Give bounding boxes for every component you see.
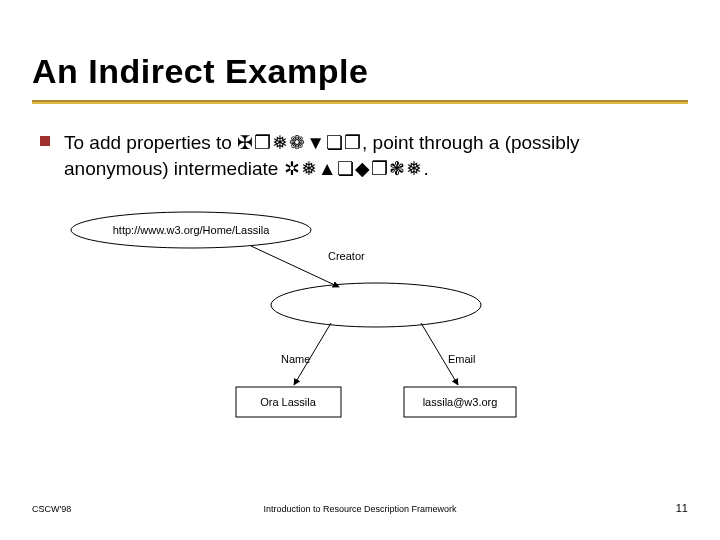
box-email-label: lassila@w3.org (423, 396, 498, 408)
slide-title: An Indirect Example (32, 52, 368, 91)
square-bullet-icon (40, 136, 50, 146)
rdf-graph-diagram: http://www.w3.org/Home/Lassila Creator N… (46, 205, 606, 455)
title-underline (32, 100, 688, 104)
symbol-resource: ✲❅▲❏◆❒❃❅ (284, 158, 424, 179)
edge-creator-label: Creator (328, 250, 365, 262)
svg-line-1 (251, 246, 339, 287)
footer-center: Introduction to Resource Description Fra… (0, 504, 720, 514)
edge-name-label: Name (281, 353, 310, 365)
svg-point-2 (271, 283, 481, 327)
box-name-label: Ora Lassila (260, 396, 317, 408)
node-top-label: http://www.w3.org/Home/Lassila (113, 224, 270, 236)
bullet-item: To add properties to ✠❒❅❁▼❏❒, point thro… (40, 130, 680, 181)
page-number: 11 (676, 502, 688, 514)
bullet-text: To add properties to ✠❒❅❁▼❏❒, point thro… (64, 130, 680, 181)
bullet-text-post: . (423, 158, 428, 179)
edge-email-label: Email (448, 353, 476, 365)
bullet-text-pre: To add properties to (64, 132, 237, 153)
symbol-creator: ✠❒❅❁▼❏❒ (237, 132, 362, 153)
